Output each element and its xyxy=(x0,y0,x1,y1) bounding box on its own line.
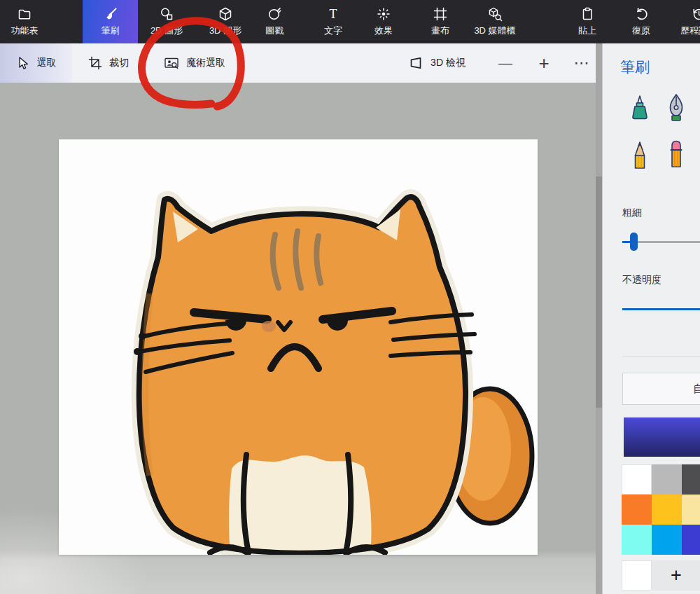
add-color-row: + xyxy=(622,560,700,590)
paste-icon xyxy=(580,6,595,22)
marker-brush-button[interactable] xyxy=(628,94,652,130)
undo-icon xyxy=(634,6,649,22)
cat-drawing xyxy=(59,139,538,555)
3d-shapes-label: 3D 圖形 xyxy=(209,25,241,37)
palette-swatch[interactable] xyxy=(652,464,682,495)
zoom-out-button[interactable]: — xyxy=(491,43,519,83)
canvas-icon xyxy=(433,6,448,22)
brush-panel: 筆刷 xyxy=(602,43,700,594)
3d-library-label: 3D 媒體櫃 xyxy=(474,25,515,37)
pencil-button[interactable] xyxy=(628,136,652,172)
scrollbar-thumb[interactable] xyxy=(596,177,602,408)
magic-select-button[interactable]: 魔術選取 xyxy=(155,43,234,83)
svg-text:T: T xyxy=(330,7,337,21)
effects-icon xyxy=(376,6,391,22)
3d-library-button[interactable]: 3D 媒體櫃 xyxy=(461,0,528,43)
calligraphy-pen-icon xyxy=(664,92,688,129)
paste-label: 貼上 xyxy=(578,25,596,37)
ellipsis-icon: ⋯ xyxy=(574,54,590,72)
vertical-scrollbar[interactable] xyxy=(596,43,602,594)
select-button[interactable]: 選取 xyxy=(0,43,72,83)
zoom-in-button[interactable]: + xyxy=(530,43,558,83)
edit-toolbar: 選取 裁切 魔術選取 3D 檢視 — + ⋯ xyxy=(0,43,596,83)
3d-library-icon xyxy=(487,6,503,22)
effects-label: 效果 xyxy=(374,25,393,37)
menu-icon xyxy=(17,6,32,22)
eraser-icon xyxy=(664,136,688,172)
brush-tab-label: 筆刷 xyxy=(102,25,120,37)
3d-view-label: 3D 檢視 xyxy=(430,57,465,69)
custom-color-swatch[interactable] xyxy=(622,560,652,590)
text-button[interactable]: T 文字 xyxy=(311,0,356,43)
stickers-label: 圖戳 xyxy=(265,25,284,37)
pencil-icon xyxy=(628,136,652,172)
panel-divider xyxy=(622,356,700,357)
menu-label: 功能表 xyxy=(11,25,38,37)
canvas-label: 畫布 xyxy=(431,25,449,37)
crop-button[interactable]: 裁切 xyxy=(78,43,139,83)
text-icon: T xyxy=(326,6,341,22)
canvas-button[interactable]: 畫布 xyxy=(418,0,463,43)
palette-swatch[interactable] xyxy=(622,525,652,555)
brush-icon xyxy=(103,6,118,22)
crop-icon xyxy=(88,56,102,70)
3d-shapes-button[interactable]: 3D 圖形 xyxy=(199,0,252,43)
marker-brush-icon xyxy=(628,94,652,130)
history-icon xyxy=(691,6,700,22)
palette-swatch[interactable] xyxy=(622,495,652,525)
plus-icon: + xyxy=(538,53,549,74)
palette-swatch[interactable] xyxy=(652,525,682,555)
more-options-button[interactable]: ⋯ xyxy=(568,43,596,83)
calligraphy-pen-button[interactable] xyxy=(664,92,688,129)
stickers-button[interactable]: 圖戳 xyxy=(253,0,295,43)
undo-button[interactable]: 復原 xyxy=(620,0,662,43)
current-color-swatch[interactable] xyxy=(624,417,700,457)
magic-select-label: 魔術選取 xyxy=(186,57,225,69)
panel-title: 筆刷 xyxy=(620,57,650,77)
crop-label: 裁切 xyxy=(109,57,129,69)
palette-swatch[interactable] xyxy=(622,464,652,495)
top-toolbar: 功能表 筆刷 2D 圖形 3D 圖形 圖戳 T 文字 xyxy=(0,0,700,43)
undo-label: 復原 xyxy=(632,25,650,37)
thickness-slider-thumb[interactable] xyxy=(630,233,638,251)
opacity-label: 不透明度 xyxy=(622,274,662,286)
2d-shapes-button[interactable]: 2D 圖形 xyxy=(140,0,193,43)
sticker-icon xyxy=(267,6,282,22)
brush-tab[interactable]: 筆刷 xyxy=(83,0,138,43)
history-button[interactable]: 歷程記錄 xyxy=(662,0,700,43)
text-label: 文字 xyxy=(324,25,342,37)
thickness-label: 粗細 xyxy=(622,207,642,219)
cursor-icon xyxy=(16,56,30,70)
opacity-slider[interactable] xyxy=(622,308,700,310)
palette-swatch[interactable] xyxy=(682,495,700,525)
color-mode-dropdown-text: 自 xyxy=(693,382,700,396)
color-palette xyxy=(622,464,700,555)
3d-view-icon xyxy=(408,55,424,71)
add-color-button[interactable]: + xyxy=(652,560,700,590)
magic-select-icon xyxy=(164,56,179,70)
palette-swatch[interactable] xyxy=(682,525,700,555)
paint3d-window: 功能表 筆刷 2D 圖形 3D 圖形 圖戳 T 文字 xyxy=(0,0,700,594)
select-label: 選取 xyxy=(37,57,57,69)
shapes-3d-icon xyxy=(218,6,233,22)
palette-swatch[interactable] xyxy=(682,464,700,495)
shapes-2d-icon xyxy=(159,6,174,22)
drawing-canvas[interactable] xyxy=(59,139,538,555)
color-mode-dropdown[interactable]: 自 xyxy=(622,373,700,405)
3d-view-button[interactable]: 3D 檢視 xyxy=(402,43,472,83)
palette-swatch[interactable] xyxy=(652,495,682,525)
minus-icon: — xyxy=(498,55,512,71)
2d-shapes-label: 2D 圖形 xyxy=(150,25,183,37)
plus-icon: + xyxy=(671,565,682,586)
menu-button[interactable]: 功能表 xyxy=(3,0,46,43)
paste-button[interactable]: 貼上 xyxy=(566,0,608,43)
history-label: 歷程記錄 xyxy=(680,25,700,37)
effects-button[interactable]: 效果 xyxy=(361,0,406,43)
eraser-button[interactable] xyxy=(664,136,688,172)
